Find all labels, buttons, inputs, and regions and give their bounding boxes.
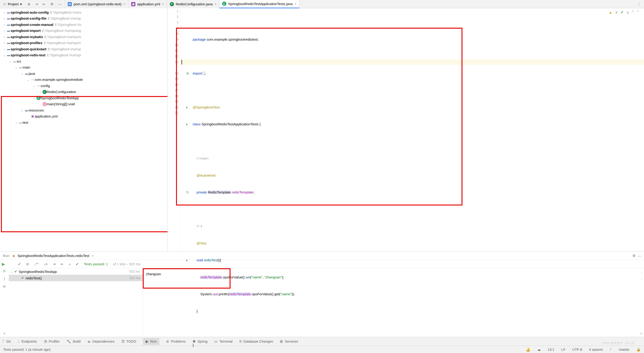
tree-node[interactable]: ⌄▬ resources [0, 107, 168, 113]
c2-icon: C [222, 1, 226, 6]
chevron-up-icon[interactable]: ˄ [632, 10, 634, 14]
scroll-down-icon[interactable]: ↓ [641, 276, 643, 280]
tree-node[interactable]: ⌄▬ main [0, 64, 168, 71]
chevron-icon[interactable]: ⌄ [14, 65, 18, 69]
test-tree[interactable]: ⌄✔SpringbootRedisTestApp922 ms✔redisTest… [9, 268, 143, 337]
toolwindow-run[interactable]: ▶Run [143, 338, 160, 345]
editor-tab[interactable]: CRedisConfiguration.java× [167, 0, 220, 8]
chevron-icon[interactable]: › [38, 90, 42, 94]
tree-node[interactable]: ⌄C SpringbootRedisTestApp [0, 95, 168, 101]
chevron-icon[interactable]: ⌄ [2, 53, 6, 57]
inspection-widget[interactable]: ▲2 ✔1 ˄ ˅ [609, 10, 639, 14]
collapse-all-icon[interactable]: ⇤ [61, 262, 64, 266]
toolwindow-dependencies[interactable]: ≣Dependencies [88, 339, 114, 344]
tree-node[interactable]: ›▬ springboot-create-manualE:\SpringBoot… [0, 21, 168, 28]
gutter-line: 1 [168, 8, 178, 14]
tree-node[interactable]: ›▬ springboot-importE:\SpringBoot-Vue\sp… [0, 28, 168, 34]
chevron-icon[interactable]: › [2, 41, 6, 45]
chevron-icon[interactable]: ⌄ [20, 71, 24, 75]
usage-hint[interactable]: 2 usages [196, 157, 209, 160]
console-output[interactable]: zhangsan ↑ ↓ ↲ [143, 268, 644, 337]
tree-node[interactable]: ›▬ springboot-config-fileE:\SpringBoot-V… [0, 15, 168, 22]
tree-node[interactable]: ›C RedisConfiguration [0, 89, 168, 95]
chevron-icon[interactable]: ⌄ [32, 96, 36, 100]
run-gutter-icon-2[interactable]: ▸ [186, 121, 188, 127]
chevron-icon[interactable]: ⌄ [20, 108, 24, 112]
tree-node[interactable]: ›▬ springboot-profilesE:\SpringBoot-Vue\… [0, 40, 168, 46]
tab-overflow-icon[interactable]: ⋮ [634, 2, 644, 6]
rerun-failed-icon[interactable]: ⟳ [3, 269, 6, 273]
chevron-icon[interactable]: › [2, 35, 6, 39]
tree-node[interactable]: ›▬ springboot-auto-configE:\SpringBoot-V… [0, 9, 168, 15]
toolwindow-build[interactable]: 🔨Build [66, 339, 80, 344]
more-icon[interactable]: » [4, 331, 5, 335]
test-node[interactable]: ⌄✔SpringbootRedisTestApp922 ms [9, 268, 142, 275]
chevron-icon[interactable]: › [2, 23, 6, 26]
tree-node[interactable]: ⌄▭ com.example.springbootrediste [0, 77, 168, 83]
toggle-auto-icon[interactable]: ⤴ [4, 277, 5, 281]
chevron-icon[interactable]: › [2, 10, 6, 14]
test-node[interactable]: ✔redisTest()922 ms [9, 275, 142, 281]
target-icon[interactable]: ⊕ [28, 2, 30, 6]
toolwindow-problems[interactable]: ⊘Problems [166, 339, 186, 344]
run-gutter-icon[interactable]: ▸ [186, 105, 188, 110]
chevron-icon[interactable]: ⌄ [32, 84, 36, 88]
minimize-icon[interactable]: — [58, 2, 62, 6]
tree-node[interactable]: ⌄▬ src [0, 58, 168, 64]
run-gutter-icon-3[interactable]: ▸ [186, 257, 188, 263]
gutter-line: 20 [168, 105, 178, 110]
layout-icon[interactable]: ⟳ [3, 285, 6, 289]
project-tree[interactable]: ›▬ springboot-auto-configE:\SpringBoot-V… [0, 8, 168, 251]
sort-icon[interactable]: ↓ᴬᶻ [34, 262, 39, 266]
toolwindow-todo[interactable]: ☰TODO [122, 339, 136, 344]
chevron-icon[interactable]: ⌄ [26, 78, 30, 82]
code-editor[interactable]: 123789101112131415161718192021 package c… [168, 8, 644, 251]
toolwindow-endpoints[interactable]: ⟂Endpoints [18, 339, 37, 343]
tree-node[interactable]: ▣ application.yml [0, 113, 168, 120]
chevron-icon[interactable]: › [2, 16, 6, 20]
fold-icon[interactable]: ⊕ [186, 71, 189, 76]
class-name: SpringbootRedisTestApplicationTests { [202, 122, 260, 126]
chevron-icon[interactable]: › [2, 47, 6, 51]
tree-node[interactable]: ⌄▬ java [0, 70, 168, 77]
test-label: redisTest() [26, 276, 42, 280]
editor-tab[interactable]: CSpringbootRedisTestApplicationTests.jav… [220, 0, 299, 8]
editor-tab[interactable]: mpom.xml (springboot-redis-test)× [65, 0, 128, 8]
close-icon[interactable]: × [294, 2, 296, 6]
node-hint: E:\SpringBoot-Vue\sprin [44, 35, 81, 39]
editor-tab[interactable]: ▣application.yml× [128, 0, 167, 8]
chevron-icon[interactable]: ⌄ [14, 120, 18, 124]
close-icon[interactable]: × [92, 254, 94, 258]
tree-node[interactable]: m main(String[]):void [0, 101, 168, 107]
tree-node[interactable]: ›▬ springboot-mybatisE:\SpringBoot-Vue\s… [0, 34, 168, 40]
sort-time-icon[interactable]: ↓≡ [44, 262, 48, 266]
chevron-down-icon[interactable]: ˅ [637, 10, 639, 14]
chevron-icon[interactable]: ⌄ [8, 59, 12, 63]
bean-gutter-icon[interactable]: ↻ [186, 190, 189, 195]
close-icon[interactable]: × [162, 2, 164, 6]
run-config-name[interactable]: SpringbootRedisTestApplicationTests.redi… [18, 254, 90, 258]
chevron-down-icon: ▾ [20, 2, 22, 6]
toolwindow-git[interactable]: ᚴGit [2, 339, 11, 343]
more-icon[interactable]: » [69, 262, 71, 266]
collapse-icon[interactable]: ⇥ [35, 2, 38, 6]
tree-node[interactable]: ⌄▬ test [0, 119, 168, 126]
expand-icon[interactable]: ⇤ [43, 2, 46, 6]
soft-wrap-icon[interactable]: ↲ [640, 331, 642, 336]
tree-node[interactable]: ⌄▬ springboot-redis-testE:\SpringBoot-Vu… [0, 52, 168, 58]
filter-passed-icon[interactable]: ✔ [18, 262, 21, 266]
close-icon[interactable]: × [214, 2, 216, 6]
scroll-up-icon[interactable]: ↑ [641, 270, 643, 274]
filter-ignored-icon[interactable]: ⊘ [26, 262, 29, 266]
chevron-icon[interactable]: › [2, 29, 6, 32]
close-icon[interactable]: × [123, 2, 126, 6]
expand-all-icon[interactable]: ⇥ [53, 262, 56, 266]
project-selector[interactable]: ▤ Project ▾ [0, 2, 24, 6]
tree-node[interactable]: ⌄▭ config [0, 83, 168, 89]
rerun-icon[interactable]: ▶ [2, 262, 5, 267]
toolwindow-profiler[interactable]: ◔Profiler [44, 339, 60, 344]
import-folded[interactable]: ... [202, 71, 206, 75]
code-area[interactable]: package com.example.springbootredistest;… [181, 8, 644, 251]
gear-icon[interactable]: ⚙ [50, 2, 53, 6]
tree-node[interactable]: ›▬ springboot-quickstartE:\SpringBoot-Vu… [0, 46, 168, 52]
